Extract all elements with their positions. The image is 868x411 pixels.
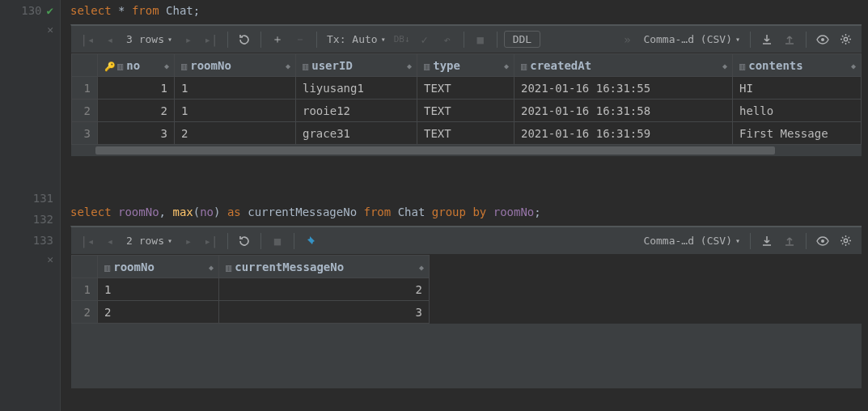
row-number: 2 bbox=[72, 100, 98, 122]
export-format-dropdown[interactable]: Comma-…d (CSV) ▾ bbox=[640, 33, 743, 45]
next-page-icon[interactable]: ▸ bbox=[179, 30, 198, 49]
column-header-roomNo[interactable]: ▥roomNo◆ bbox=[175, 54, 296, 77]
db-commit-icon[interactable]: DB↓ bbox=[392, 30, 412, 49]
column-header-currentMessageNo[interactable]: ▥currentMessageNo◆ bbox=[219, 256, 430, 278]
ddl-button[interactable]: DDL bbox=[504, 31, 540, 48]
column-icon: ▥ bbox=[226, 262, 231, 273]
first-page-icon[interactable]: |◂ bbox=[78, 231, 97, 251]
upload-icon[interactable] bbox=[780, 231, 799, 251]
stop-icon[interactable]: ■ bbox=[268, 231, 287, 251]
last-page-icon[interactable]: ▸| bbox=[201, 30, 221, 49]
column-icon: ▥ bbox=[521, 61, 527, 72]
column-name: roomNo bbox=[190, 59, 231, 72]
cell-contents[interactable]: HI bbox=[733, 77, 862, 100]
column-icon: ▥ bbox=[117, 61, 123, 72]
cell-roomNo[interactable]: 1 bbox=[175, 77, 296, 100]
rollback-icon[interactable]: ↶ bbox=[438, 30, 457, 49]
svg-point-3 bbox=[844, 239, 847, 242]
line-number: 133 bbox=[33, 234, 53, 247]
sql-line-2[interactable]: select roomNo, max(no) as currentMessage… bbox=[61, 201, 868, 222]
last-page-icon[interactable]: ▸| bbox=[201, 231, 221, 251]
row-count-dropdown[interactable]: 2 rows ▾ bbox=[123, 235, 176, 247]
line-number: 130 bbox=[21, 4, 41, 17]
sort-icon: ◆ bbox=[504, 61, 509, 70]
cell-no[interactable]: 3 bbox=[98, 122, 175, 145]
next-page-icon[interactable]: ▸ bbox=[179, 231, 198, 251]
first-page-icon[interactable]: |◂ bbox=[78, 30, 97, 49]
run-success-icon: ✔ bbox=[47, 4, 53, 17]
cell-createdAt[interactable]: 2021-01-16 16:31:58 bbox=[514, 100, 733, 122]
reload-icon[interactable] bbox=[235, 30, 254, 49]
cell-roomNo[interactable]: 2 bbox=[98, 301, 219, 324]
stop-icon[interactable]: ■ bbox=[471, 30, 490, 49]
close-result-icon[interactable]: ✕ bbox=[47, 23, 53, 36]
row-count-dropdown[interactable]: 3 rows ▾ bbox=[123, 33, 176, 45]
eye-icon[interactable] bbox=[813, 30, 832, 49]
blank-line[interactable] bbox=[61, 159, 868, 180]
row-number: 2 bbox=[72, 301, 98, 324]
column-icon: ▥ bbox=[181, 61, 187, 72]
row-number: 1 bbox=[72, 77, 98, 100]
line-number: 131 bbox=[33, 192, 53, 205]
row-number-header bbox=[72, 256, 98, 278]
commit-icon[interactable]: ✓ bbox=[415, 30, 434, 49]
cell-contents[interactable]: hello bbox=[733, 100, 862, 122]
cell-roomNo[interactable]: 2 bbox=[175, 122, 296, 145]
gear-icon[interactable] bbox=[836, 30, 855, 49]
cell-userID[interactable]: grace31 bbox=[296, 122, 417, 145]
cell-contents[interactable]: First Message bbox=[733, 122, 862, 145]
cell-no[interactable]: 2 bbox=[98, 100, 175, 122]
chevron-down-icon: ▾ bbox=[167, 35, 172, 44]
table-row[interactable]: 221rooie12TEXT2021-01-16 16:31:58hello bbox=[72, 100, 862, 122]
result-grid-2[interactable]: ▥roomNo◆▥currentMessageNo◆112223 bbox=[71, 255, 430, 324]
table-row[interactable]: 332grace31TEXT2021-01-16 16:31:59First M… bbox=[72, 122, 862, 145]
cell-createdAt[interactable]: 2021-01-16 16:31:55 bbox=[514, 77, 733, 100]
cell-createdAt[interactable]: 2021-01-16 16:31:59 bbox=[514, 122, 733, 145]
cell-userID[interactable]: liyusang1 bbox=[296, 77, 417, 100]
column-header-createdAt[interactable]: ▥createdAt◆ bbox=[514, 54, 733, 77]
column-name: userID bbox=[311, 59, 353, 72]
cell-currentMessageNo[interactable]: 3 bbox=[219, 301, 430, 324]
prev-page-icon[interactable]: ◂ bbox=[100, 30, 120, 49]
close-result-icon[interactable]: ✕ bbox=[47, 253, 53, 265]
download-icon[interactable] bbox=[757, 231, 777, 251]
cell-no[interactable]: 1 bbox=[98, 77, 175, 100]
column-icon: ▥ bbox=[424, 61, 430, 72]
result-panel-2: |◂ ◂ 2 rows ▾ ▸ ▸| ■ Comma-…d (CSV) ▾ bbox=[70, 226, 862, 388]
column-header-contents[interactable]: ▥contents◆ bbox=[733, 54, 862, 77]
more-icon[interactable]: » bbox=[617, 30, 637, 49]
column-name: contents bbox=[748, 59, 802, 72]
column-header-roomNo[interactable]: ▥roomNo◆ bbox=[98, 256, 219, 278]
column-header-type[interactable]: ▥type◆ bbox=[417, 54, 514, 77]
remove-row-icon[interactable]: － bbox=[290, 30, 310, 49]
column-header-no[interactable]: 🔑▥no◆ bbox=[98, 54, 175, 77]
table-row[interactable]: 112 bbox=[72, 278, 430, 301]
cell-currentMessageNo[interactable]: 2 bbox=[219, 278, 430, 301]
horizontal-scrollbar[interactable] bbox=[71, 145, 862, 156]
sql-line-1[interactable]: select * from Chat; bbox=[61, 0, 868, 21]
cell-type[interactable]: TEXT bbox=[417, 100, 514, 122]
cell-userID[interactable]: rooie12 bbox=[296, 100, 417, 122]
tx-mode-dropdown[interactable]: Tx: Auto ▾ bbox=[324, 33, 389, 45]
blank-line[interactable] bbox=[61, 180, 868, 201]
cell-roomNo[interactable]: 1 bbox=[98, 278, 219, 301]
result-grid-1[interactable]: 🔑▥no◆▥roomNo◆▥userID◆▥type◆▥createdAt◆▥c… bbox=[71, 53, 862, 145]
cell-type[interactable]: TEXT bbox=[417, 77, 514, 100]
prev-page-icon[interactable]: ◂ bbox=[100, 231, 120, 251]
table-row[interactable]: 111liyusang1TEXT2021-01-16 16:31:55HI bbox=[72, 77, 862, 100]
upload-icon[interactable] bbox=[780, 30, 799, 49]
reload-icon[interactable] bbox=[235, 231, 254, 251]
svg-point-1 bbox=[844, 37, 847, 40]
table-row[interactable]: 223 bbox=[72, 301, 430, 324]
cell-type[interactable]: TEXT bbox=[417, 122, 514, 145]
add-row-icon[interactable]: ＋ bbox=[268, 30, 287, 49]
column-header-userID[interactable]: ▥userID◆ bbox=[296, 54, 417, 77]
cell-roomNo[interactable]: 1 bbox=[175, 100, 296, 122]
gear-icon[interactable] bbox=[836, 231, 855, 251]
sort-icon: ◆ bbox=[407, 61, 412, 70]
column-name: no bbox=[126, 59, 140, 72]
eye-icon[interactable] bbox=[813, 231, 832, 251]
pin-icon[interactable] bbox=[301, 231, 320, 251]
export-format-dropdown[interactable]: Comma-…d (CSV) ▾ bbox=[640, 235, 743, 247]
download-icon[interactable] bbox=[757, 30, 777, 49]
